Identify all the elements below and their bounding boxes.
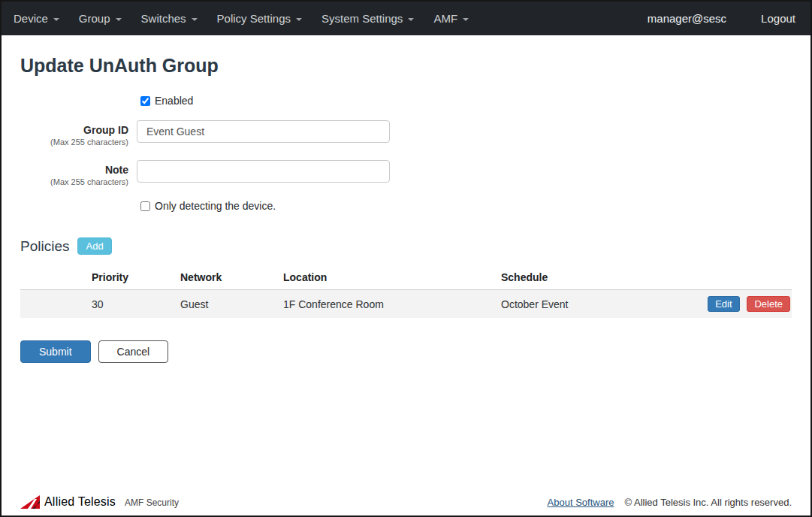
- header-schedule: Schedule: [501, 265, 708, 290]
- chevron-down-icon: [116, 18, 122, 21]
- nav-item-amf[interactable]: AMF: [424, 12, 478, 25]
- policies-table: Priority Network Location Schedule 30 Gu…: [20, 265, 792, 318]
- delete-policy-button[interactable]: Delete: [747, 296, 790, 312]
- group-id-label: Group ID: [20, 124, 128, 137]
- group-id-row: Group ID (Max 255 characters): [20, 120, 792, 148]
- edit-policy-button[interactable]: Edit: [708, 296, 739, 312]
- cell-location: 1F Conference Room: [283, 290, 501, 319]
- detect-only-checkbox-label[interactable]: Only detecting the device.: [155, 200, 276, 212]
- nav-item-device[interactable]: Device: [14, 12, 69, 25]
- main-content: Update UnAuth Group Enabled Group ID (Ma…: [2, 55, 810, 363]
- chevron-down-icon: [463, 18, 469, 21]
- allied-telesis-logo: Allied Telesis: [20, 495, 116, 509]
- note-label: Note: [20, 164, 128, 177]
- page-title: Update UnAuth Group: [20, 55, 792, 77]
- product-name: AMF Security: [125, 497, 179, 509]
- chevron-down-icon: [296, 18, 302, 21]
- nav-item-label: Switches: [141, 12, 186, 25]
- group-id-hint: (Max 255 characters): [20, 137, 128, 148]
- group-id-input[interactable]: [137, 120, 390, 143]
- note-row: Note (Max 255 characters): [20, 160, 792, 188]
- about-software-link[interactable]: About Software: [548, 497, 614, 508]
- detect-only-checkbox-row: Only detecting the device.: [140, 200, 792, 212]
- enabled-checkbox[interactable]: [140, 96, 150, 106]
- header-location: Location: [283, 265, 501, 290]
- top-navbar: Device Group Switches Policy Settings Sy…: [2, 2, 810, 35]
- header-actions: [708, 265, 792, 290]
- cancel-button[interactable]: Cancel: [98, 340, 169, 363]
- logo-triangle-icon: [20, 495, 40, 509]
- header-priority: Priority: [92, 265, 180, 290]
- chevron-down-icon: [408, 18, 414, 21]
- group-id-label-col: Group ID (Max 255 characters): [20, 120, 137, 148]
- logged-in-user: manager@sesc: [647, 12, 726, 25]
- nav-item-label: AMF: [433, 12, 457, 25]
- note-input[interactable]: [137, 160, 390, 183]
- chevron-down-icon: [53, 18, 59, 21]
- nav-item-label: Group: [79, 12, 110, 25]
- app-window: Device Group Switches Policy Settings Sy…: [0, 0, 812, 517]
- chevron-down-icon: [192, 18, 198, 21]
- header-gutter: [20, 265, 92, 290]
- cell-actions: Edit Delete: [708, 290, 792, 319]
- brand-name: Allied Telesis: [44, 495, 116, 509]
- nav-item-label: Policy Settings: [217, 12, 291, 25]
- copyright-text: © Allied Telesis Inc. All rights reserve…: [625, 497, 792, 508]
- enabled-checkbox-row: Enabled: [140, 95, 792, 107]
- nav-item-label: System Settings: [321, 12, 403, 25]
- form-actions: Submit Cancel: [20, 340, 792, 363]
- enabled-checkbox-label[interactable]: Enabled: [155, 95, 193, 107]
- table-row: 30 Guest 1F Conference Room October Even…: [20, 290, 792, 319]
- cell-schedule: October Event: [501, 290, 708, 319]
- note-hint: (Max 255 characters): [20, 177, 128, 188]
- policies-heading: Policies: [20, 238, 69, 255]
- cell-gutter: [20, 290, 92, 319]
- footer: Allied Telesis AMF Security About Softwa…: [20, 495, 792, 509]
- nav-item-label: Device: [14, 12, 48, 25]
- cell-priority: 30: [92, 290, 180, 319]
- nav-item-policy-settings[interactable]: Policy Settings: [207, 12, 312, 25]
- policies-header: Policies Add: [20, 237, 792, 255]
- detect-only-checkbox[interactable]: [140, 201, 150, 211]
- add-policy-button[interactable]: Add: [77, 237, 111, 255]
- header-network: Network: [180, 265, 283, 290]
- note-label-col: Note (Max 255 characters): [20, 160, 137, 188]
- logout-button[interactable]: Logout: [761, 12, 798, 25]
- submit-button[interactable]: Submit: [20, 340, 91, 363]
- table-header-row: Priority Network Location Schedule: [20, 265, 792, 290]
- nav-item-system-settings[interactable]: System Settings: [312, 12, 424, 25]
- cell-network: Guest: [180, 290, 283, 319]
- nav-item-switches[interactable]: Switches: [131, 12, 207, 25]
- nav-item-group[interactable]: Group: [69, 12, 131, 25]
